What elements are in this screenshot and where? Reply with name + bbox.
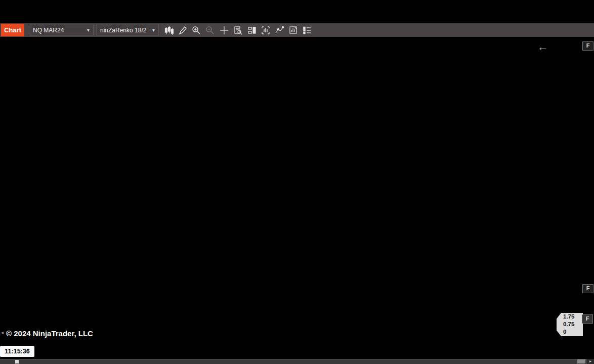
panel2-value-1: 1.75 [563, 313, 583, 321]
chart-window: Chart NQ MAR24 ▾ ninZaRenko 18/2 ▾ [0, 0, 594, 364]
panel1-axis-f-button[interactable]: F [582, 284, 593, 293]
panel2-axis-f-button[interactable]: F [582, 314, 593, 324]
scrollbar-right-arrow[interactable]: ▸ [587, 359, 594, 364]
scrollbar-left-notch[interactable] [15, 360, 19, 363]
panel2-value-3: 0 [563, 328, 583, 336]
panel2-value-2: 0.75 [563, 321, 583, 328]
crosshair-time-label: 11:15:36 [0, 346, 34, 357]
copyright-text: © 2024 NinjaTrader, LLC [6, 329, 93, 338]
scrollbar-handle[interactable] [577, 359, 585, 363]
collapse-left-arrow-icon[interactable]: ◄ [0, 330, 5, 335]
collapse-panel-arrow[interactable]: ← [537, 41, 548, 53]
panel2-value-tag: 1.75 0.75 0 [557, 313, 583, 336]
horizontal-scrollbar[interactable] [0, 359, 594, 364]
chart-canvas[interactable] [0, 0, 594, 364]
price-axis-f-button[interactable]: F [582, 41, 593, 51]
